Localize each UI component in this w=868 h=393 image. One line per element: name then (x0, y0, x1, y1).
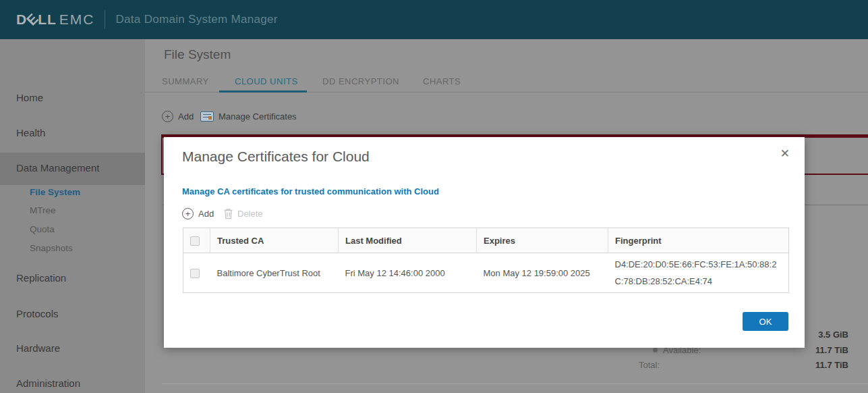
sidebar-item-replication[interactable]: Replication (16, 271, 66, 285)
add-certificate-label: Add (198, 209, 214, 219)
active-tab-underline (219, 90, 307, 93)
fingerprint-cell: D4:DE:20:D0:5E:66:FC:53:FE:1A:50:88:2C:7… (608, 253, 789, 293)
logo-text: LL (38, 11, 57, 28)
select-all-header (183, 228, 210, 253)
certificates-table: Trusted CA Last Modified Expires Fingerp… (183, 228, 789, 293)
ok-button[interactable]: OK (743, 312, 788, 331)
dialog-subtitle: Manage CA certificates for trusted commu… (182, 186, 439, 196)
select-all-checkbox[interactable] (190, 236, 200, 246)
column-fingerprint: Fingerprint (608, 228, 789, 253)
delete-certificate-label: Delete (237, 209, 263, 219)
expires-cell: Mon May 12 19:59:00 2025 (477, 253, 608, 293)
trash-icon (223, 208, 233, 219)
add-certificate-button[interactable]: + Add (182, 208, 214, 219)
plus-circle-icon: + (162, 111, 173, 122)
certificate-icon (200, 111, 214, 122)
app-title: Data Domain System Manager (116, 13, 278, 26)
logo-emc: EMC (59, 11, 95, 28)
sidebar-item-health[interactable]: Health (16, 126, 45, 140)
page-title: File System (164, 47, 231, 62)
close-icon[interactable]: ✕ (780, 147, 790, 161)
sidebar-item-home[interactable]: Home (16, 91, 43, 105)
sidebar-item-hardware[interactable]: Hardware (16, 342, 60, 355)
dellemc-logo: DELL EMC (16, 11, 95, 28)
trusted-ca-cell: Baltimore CyberTrust Root (210, 253, 339, 293)
app-header: DELL EMC Data Domain System Manager (0, 0, 868, 39)
column-trusted-ca: Trusted CA (210, 228, 339, 253)
sidebar-item-mtree[interactable]: MTree (30, 205, 56, 217)
manage-certificates-label: Manage Certificates (219, 111, 297, 122)
sidebar: Home Health Data Management File System … (0, 39, 145, 393)
panel-divider (162, 384, 868, 384)
row-select-cell (183, 253, 210, 293)
tab-summary[interactable]: SUMMARY (162, 76, 209, 88)
app-window: DELL EMC Data Domain System Manager Home… (0, 0, 868, 393)
manage-certificates-dialog: Manage Certificates for Cloud ✕ Manage C… (164, 137, 805, 348)
plus-circle-icon: + (182, 208, 194, 219)
bullet-dot-icon (653, 348, 658, 352)
add-cloud-unit-button[interactable]: + Add (162, 110, 194, 122)
total-value: 11.7 TiB (776, 360, 848, 371)
tab-dd-encryption[interactable]: DD ENCRYPTION (322, 76, 399, 88)
tab-cloud-units[interactable]: CLOUD UNITS (235, 76, 298, 88)
sidebar-item-administration[interactable]: Administration (16, 377, 80, 390)
sidebar-item-snapshots[interactable]: Snapshots (30, 242, 73, 255)
last-modified-cell: Fri May 12 14:46:00 2000 (339, 253, 477, 293)
sidebar-item-data-management[interactable]: Data Management (16, 161, 99, 175)
row-checkbox[interactable] (190, 269, 200, 278)
add-button-label: Add (178, 111, 194, 122)
sidebar-item-protocols[interactable]: Protocols (16, 307, 59, 321)
total-label: Total: (639, 360, 660, 371)
sidebar-item-file-system[interactable]: File System (30, 186, 80, 199)
delete-certificate-button[interactable]: Delete (223, 208, 263, 219)
column-expires: Expires (477, 228, 608, 253)
manage-certificates-button[interactable]: Manage Certificates (200, 110, 297, 122)
table-row[interactable]: Baltimore CyberTrust Root Fri May 12 14:… (183, 253, 789, 293)
dialog-title: Manage Certificates for Cloud (182, 149, 370, 165)
header-divider (105, 10, 105, 29)
column-last-modified: Last Modified (339, 228, 477, 253)
table-header-row: Trusted CA Last Modified Expires Fingerp… (183, 228, 789, 253)
tab-charts[interactable]: CHARTS (423, 76, 461, 88)
sidebar-item-quota[interactable]: Quota (30, 224, 55, 236)
